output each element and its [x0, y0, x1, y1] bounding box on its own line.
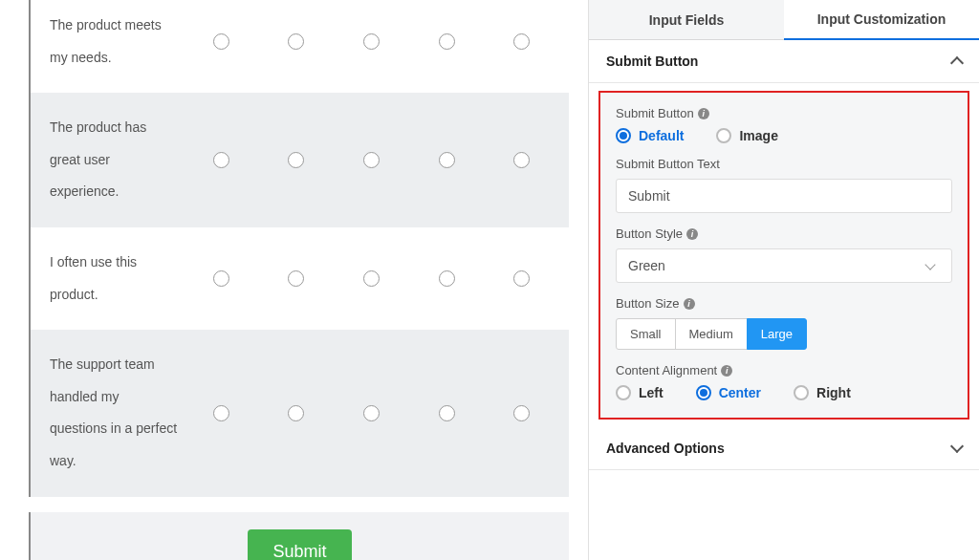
likert-radios — [184, 270, 559, 287]
radio-icon — [696, 385, 711, 400]
likert-option[interactable] — [363, 405, 380, 421]
tab-input-customization[interactable]: Input Customization — [784, 0, 979, 40]
likert-option[interactable] — [213, 405, 229, 421]
align-right[interactable]: Right — [794, 385, 851, 400]
likert-option[interactable] — [513, 270, 530, 287]
likert-option[interactable] — [213, 152, 229, 168]
likert-option[interactable] — [288, 152, 304, 168]
size-medium[interactable]: Medium — [675, 318, 748, 350]
tabs: Input Fields Input Customization — [589, 0, 979, 40]
chevron-down-icon — [950, 440, 964, 453]
likert-radios — [184, 152, 559, 168]
likert-option[interactable] — [288, 33, 304, 50]
likert-option[interactable] — [288, 405, 304, 421]
button-style-label: Button Style i — [616, 226, 952, 241]
survey-row: The support team handled my questions in… — [31, 330, 569, 496]
survey-row: I often use this product. — [31, 227, 569, 330]
info-icon: i — [686, 228, 698, 240]
question-text: The product has great user experience. — [50, 112, 184, 208]
content-alignment-label: Content Alignment i — [616, 363, 952, 377]
radio-icon — [616, 385, 631, 400]
button-style-select[interactable]: Green — [616, 248, 952, 283]
survey-row: The product has great user experience. — [31, 93, 569, 227]
submit-button-type-group: Default Image — [616, 128, 952, 143]
section-submit-button[interactable]: Submit Button — [589, 40, 979, 83]
button-size-group: Small Medium Large — [616, 318, 952, 350]
settings-panel: Input Fields Input Customization Submit … — [588, 0, 979, 560]
likert-radios — [184, 33, 559, 50]
radio-icon — [716, 128, 731, 143]
likert-option[interactable] — [439, 152, 455, 168]
size-large[interactable]: Large — [747, 318, 807, 350]
likert-option[interactable] — [513, 405, 530, 421]
likert-option[interactable] — [513, 33, 530, 50]
info-icon: i — [721, 365, 732, 377]
likert-option[interactable] — [213, 33, 229, 50]
question-text: I often use this product. — [50, 247, 184, 311]
likert-option[interactable] — [513, 152, 530, 168]
likert-option[interactable] — [363, 33, 380, 50]
survey-grid: The product meets my needs. The product … — [29, 0, 569, 497]
size-small[interactable]: Small — [616, 318, 676, 350]
likert-option[interactable] — [439, 405, 455, 421]
align-left[interactable]: Left — [616, 385, 664, 400]
submit-button[interactable]: Submit — [248, 529, 351, 560]
info-icon: i — [684, 298, 695, 310]
section-title: Advanced Options — [606, 441, 725, 456]
info-icon: i — [698, 108, 709, 119]
radio-icon — [794, 385, 809, 400]
question-text: The product meets my needs. — [50, 10, 184, 74]
submit-button-text-input[interactable] — [616, 179, 952, 213]
settings-body: Submit Button i Default Image Submit But… — [598, 91, 969, 420]
submit-button-text-label: Submit Button Text — [616, 157, 952, 171]
tab-input-fields[interactable]: Input Fields — [589, 0, 784, 40]
type-default[interactable]: Default — [616, 128, 684, 143]
likert-option[interactable] — [288, 270, 304, 287]
align-center[interactable]: Center — [696, 385, 761, 400]
submit-area: Submit — [29, 512, 569, 560]
button-size-label: Button Size i — [616, 296, 952, 311]
likert-option[interactable] — [363, 152, 380, 168]
chevron-down-icon — [925, 259, 935, 269]
alignment-group: Left Center Right — [616, 385, 952, 400]
radio-icon — [616, 128, 631, 143]
likert-option[interactable] — [439, 270, 455, 287]
survey-row: The product meets my needs. — [31, 0, 569, 93]
section-advanced-options[interactable]: Advanced Options — [589, 427, 979, 470]
chevron-up-icon — [950, 56, 964, 70]
likert-radios — [184, 405, 559, 421]
submit-button-type-label: Submit Button i — [616, 106, 952, 120]
likert-option[interactable] — [213, 270, 229, 287]
type-image[interactable]: Image — [716, 128, 777, 143]
likert-option[interactable] — [439, 33, 455, 50]
likert-option[interactable] — [363, 270, 380, 287]
section-title: Submit Button — [606, 54, 698, 69]
question-text: The support team handled my questions in… — [50, 349, 184, 477]
